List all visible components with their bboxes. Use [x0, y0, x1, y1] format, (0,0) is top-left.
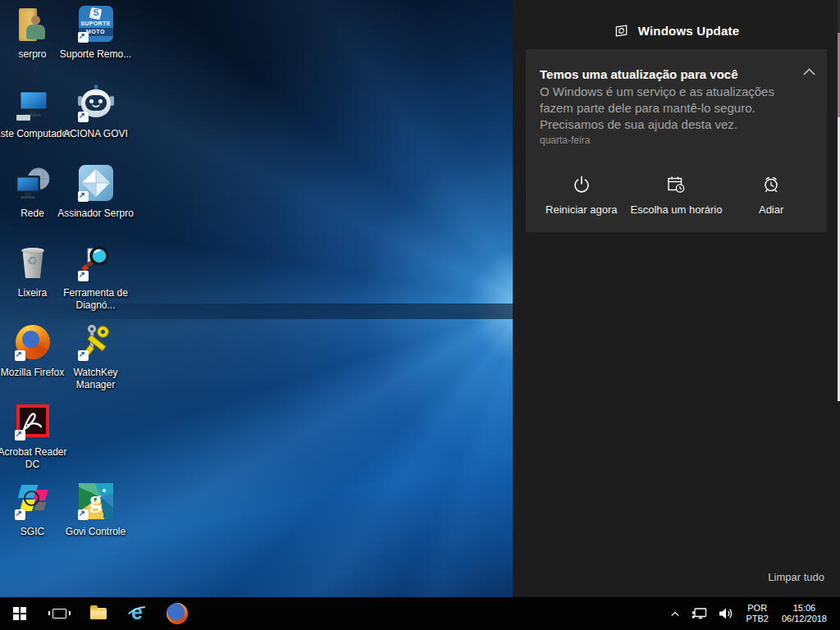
desktop-icon-este-computador[interactable]: Este Computador [1, 84, 64, 140]
action-center-panel: Windows Update Temos uma atualização par… [513, 0, 840, 597]
shortcut-arrow-icon [15, 350, 25, 361]
shortcut-arrow-icon [78, 191, 89, 202]
govi-mosaic-icon: g [76, 482, 116, 522]
clock[interactable]: 15:06 06/12/2018 [775, 603, 833, 624]
clear-all-link[interactable]: Limpar tudo [768, 571, 824, 583]
firefox-icon [167, 603, 188, 624]
windows-update-icon [614, 23, 629, 39]
keys-icon [76, 323, 116, 363]
power-icon [571, 174, 592, 195]
notification-actions: Reiniciar agora Escolha um horário [534, 169, 819, 221]
file-explorer-button[interactable] [79, 597, 118, 630]
desktop-icon-assinador-serpro[interactable]: Assinador Serpro [64, 164, 127, 220]
chevron-up-icon [670, 609, 680, 618]
desktop-icon-label: WatchKey Manager [57, 367, 135, 391]
notification-body: O Windows é um serviço e as atualizações… [540, 84, 802, 133]
internet-explorer-icon: e [127, 603, 148, 624]
volume-button[interactable] [713, 597, 739, 630]
desktop-icon-rede[interactable]: Rede [1, 164, 64, 220]
shortcut-arrow-icon [78, 271, 89, 281]
notification-title: Temos uma atualização para você [540, 67, 738, 81]
firefox-icon [13, 323, 52, 363]
notification-group-header: Windows Update [513, 0, 840, 39]
desktop-wallpaper: serpro S SUPORTE MOTO Suporte Remo... [0, 0, 513, 597]
taskbar: e POR P [0, 597, 840, 630]
desktop-icon-govi-controle[interactable]: g Govi Controle [64, 482, 127, 538]
magnifier-icon [76, 244, 116, 283]
firefox-button[interactable] [158, 597, 197, 630]
recycle-bin-icon: ♻ [13, 244, 52, 283]
snooze-button[interactable]: Adiar [724, 169, 819, 221]
desktop-icon-label: Assinador Serpro [57, 208, 135, 220]
desktop-icon-serpro[interactable]: serpro [1, 5, 64, 61]
desktop-icon-label: Ferramenta de Diagnó... [57, 287, 135, 312]
folder-user-icon [13, 5, 52, 44]
desktop-icon-label: Acrobat Reader DC [0, 446, 72, 471]
shortcut-arrow-icon [78, 350, 89, 361]
shortcut-arrow-icon [15, 509, 25, 520]
computer-icon [13, 84, 52, 124]
folder-icon [90, 608, 107, 619]
language-indicator[interactable]: POR PTB2 [739, 603, 775, 624]
network-status-button[interactable] [686, 597, 713, 630]
desktop-icon-label: Govi Controle [57, 526, 135, 538]
ethernet-network-icon [692, 607, 707, 621]
shortcut-arrow-icon [78, 112, 89, 122]
notification-card[interactable]: Temos uma atualização para você O Window… [526, 49, 827, 232]
desktop-icon-watchkey[interactable]: WatchKey Manager [64, 323, 127, 391]
task-view-icon [52, 609, 66, 619]
notification-timestamp: quarta-feira [540, 135, 590, 146]
shortcut-arrow-icon [78, 32, 89, 43]
network-globe-icon [13, 164, 52, 203]
pick-time-button[interactable]: Escolha um horário [629, 169, 724, 221]
sgic-icon [13, 482, 52, 522]
gem-tile-icon [76, 164, 116, 203]
desktop-icon-suporte-remoto[interactable]: S SUPORTE MOTO Suporte Remo... [64, 5, 127, 61]
desktop-icon-firefox[interactable]: Mozilla Firefox [1, 323, 64, 379]
robot-icon [76, 84, 116, 124]
shortcut-arrow-icon [78, 509, 89, 520]
desktop-icon-acrobat[interactable]: Acrobat Reader DC [1, 403, 64, 471]
desktop-icon-lixeira[interactable]: ♻ Lixeira [1, 244, 64, 299]
restart-now-button[interactable]: Reiniciar agora [534, 169, 629, 221]
internet-explorer-button[interactable]: e [118, 597, 158, 630]
show-hidden-icons-button[interactable] [664, 597, 686, 630]
desktop-icon-ferramenta-diagnostico[interactable]: Ferramenta de Diagnó... [64, 244, 127, 312]
alarm-clock-icon [760, 174, 782, 195]
windows-logo-icon [13, 607, 26, 620]
desktop-icon-label: ACIONA GOVI [57, 128, 135, 140]
task-view-button[interactable] [39, 597, 79, 630]
desktop-icon-label: Suporte Remo... [57, 48, 135, 61]
system-tray: POR PTB2 15:06 06/12/2018 [664, 597, 840, 630]
speaker-icon [719, 607, 733, 620]
shortcut-arrow-icon [15, 430, 25, 441]
desktop-icon-aciona-govi[interactable]: ACIONA GOVI [64, 84, 127, 140]
collapse-chevron-icon[interactable] [802, 67, 816, 76]
group-title: Windows Update [638, 24, 740, 38]
calendar-clock-icon [665, 174, 687, 195]
remote-support-icon: S SUPORTE MOTO [76, 5, 116, 44]
acrobat-icon [13, 403, 52, 442]
start-button[interactable] [0, 597, 39, 630]
desktop-icon-sgic[interactable]: SGIC [1, 482, 64, 538]
